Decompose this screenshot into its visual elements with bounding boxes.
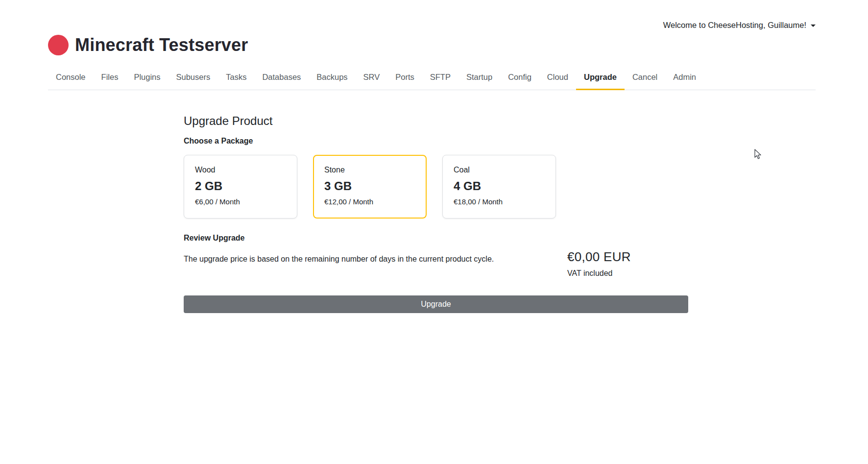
account-dropdown[interactable]: Welcome to CheeseHosting, Guillaume! bbox=[663, 21, 816, 30]
package-size: 3 GB bbox=[324, 179, 415, 193]
tab-subusers[interactable]: Subusers bbox=[169, 69, 218, 90]
price-block: €0,00 EUR VAT included bbox=[567, 250, 688, 278]
package-card-stone[interactable]: Stone 3 GB €12,00 / Month bbox=[313, 155, 427, 219]
package-size: 4 GB bbox=[454, 179, 545, 193]
package-name: Stone bbox=[324, 165, 415, 175]
tab-config[interactable]: Config bbox=[500, 69, 539, 90]
server-status-dot-icon bbox=[48, 35, 69, 55]
chevron-down-icon bbox=[811, 24, 816, 27]
package-price: €12,00 / Month bbox=[324, 197, 415, 206]
package-price: €18,00 / Month bbox=[454, 197, 545, 206]
upgrade-price-description: The upgrade price is based on the remain… bbox=[184, 253, 567, 278]
tab-ports[interactable]: Ports bbox=[387, 69, 422, 90]
topbar: Welcome to CheeseHosting, Guillaume! bbox=[48, 0, 816, 30]
tab-console[interactable]: Console bbox=[48, 69, 94, 90]
nav-tabs: Console Files Plugins Subusers Tasks Dat… bbox=[48, 69, 816, 90]
upgrade-price: €0,00 EUR bbox=[567, 250, 688, 263]
package-price: €6,00 / Month bbox=[195, 197, 286, 206]
package-name: Coal bbox=[454, 165, 545, 175]
tab-files[interactable]: Files bbox=[94, 69, 126, 90]
server-title: Minecraft Testserver bbox=[75, 35, 248, 55]
page-title: Upgrade Product bbox=[184, 114, 688, 128]
choose-package-label: Choose a Package bbox=[184, 136, 688, 146]
vat-note: VAT included bbox=[567, 269, 688, 278]
tab-upgrade[interactable]: Upgrade bbox=[576, 69, 625, 90]
review-upgrade-label: Review Upgrade bbox=[184, 233, 688, 243]
page: Welcome to CheeseHosting, Guillaume! Min… bbox=[0, 0, 868, 464]
tab-backups[interactable]: Backups bbox=[309, 69, 355, 90]
review-row: The upgrade price is based on the remain… bbox=[184, 249, 688, 278]
package-name: Wood bbox=[195, 165, 286, 175]
upgrade-button[interactable]: Upgrade bbox=[184, 295, 688, 313]
tab-cloud[interactable]: Cloud bbox=[539, 69, 576, 90]
tab-tasks[interactable]: Tasks bbox=[218, 69, 254, 90]
package-cards: Wood 2 GB €6,00 / Month Stone 3 GB €12,0… bbox=[184, 155, 688, 219]
tab-srv[interactable]: SRV bbox=[356, 69, 388, 90]
upgrade-panel: Upgrade Product Choose a Package Wood 2 … bbox=[184, 114, 688, 313]
logo-row: Minecraft Testserver bbox=[48, 34, 816, 56]
package-card-wood[interactable]: Wood 2 GB €6,00 / Month bbox=[184, 155, 297, 219]
welcome-text: Welcome to CheeseHosting, Guillaume! bbox=[663, 21, 806, 30]
tab-cancel[interactable]: Cancel bbox=[625, 69, 665, 90]
tab-startup[interactable]: Startup bbox=[458, 69, 500, 90]
package-size: 2 GB bbox=[195, 179, 286, 193]
package-card-coal[interactable]: Coal 4 GB €18,00 / Month bbox=[442, 155, 556, 219]
tab-databases[interactable]: Databases bbox=[254, 69, 309, 90]
tab-admin[interactable]: Admin bbox=[665, 69, 704, 90]
tab-plugins[interactable]: Plugins bbox=[126, 69, 168, 90]
tab-sftp[interactable]: SFTP bbox=[422, 69, 458, 90]
